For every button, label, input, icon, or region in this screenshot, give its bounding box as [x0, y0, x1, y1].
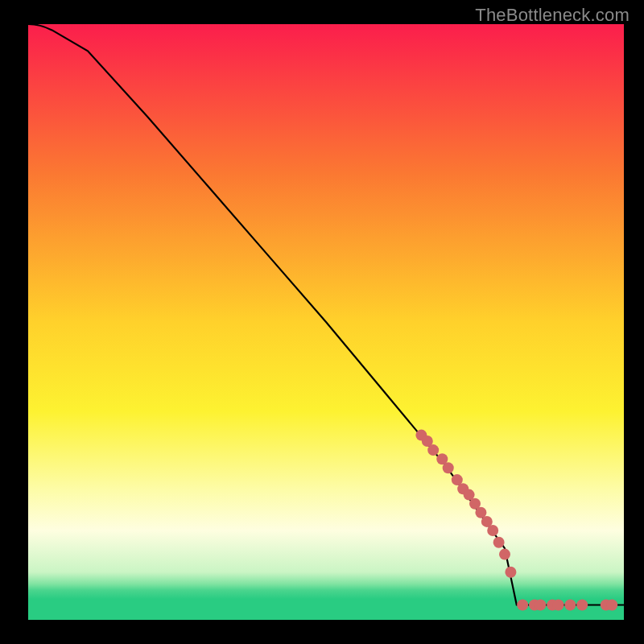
data-marker [564, 600, 576, 611]
data-marker [499, 549, 510, 560]
data-marker [576, 600, 588, 611]
data-marker [427, 444, 439, 456]
data-marker [493, 537, 505, 548]
chart-svg [28, 24, 624, 620]
data-marker [606, 600, 617, 611]
data-marker [487, 525, 498, 536]
data-marker [553, 600, 564, 611]
data-marker [505, 567, 516, 578]
data-marker [443, 462, 454, 473]
data-marker [517, 600, 528, 611]
chart-plot-area [28, 24, 624, 620]
watermark-text: TheBottleneck.com [475, 5, 630, 26]
data-marker [535, 600, 546, 611]
